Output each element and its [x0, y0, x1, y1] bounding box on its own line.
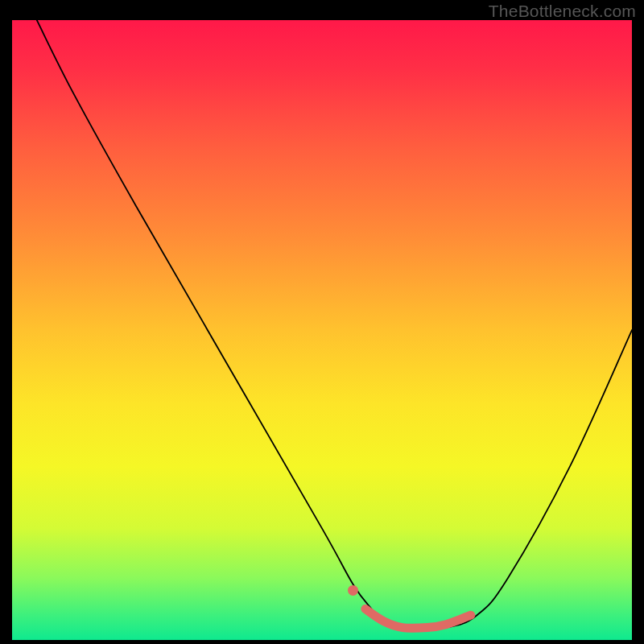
- watermark-text: TheBottleneck.com: [489, 2, 636, 21]
- plot-area: [12, 20, 632, 640]
- chart-svg: [12, 20, 632, 640]
- gradient-background: [12, 20, 632, 640]
- highlight-dot: [348, 585, 358, 596]
- chart-frame: TheBottleneck.com: [0, 0, 644, 644]
